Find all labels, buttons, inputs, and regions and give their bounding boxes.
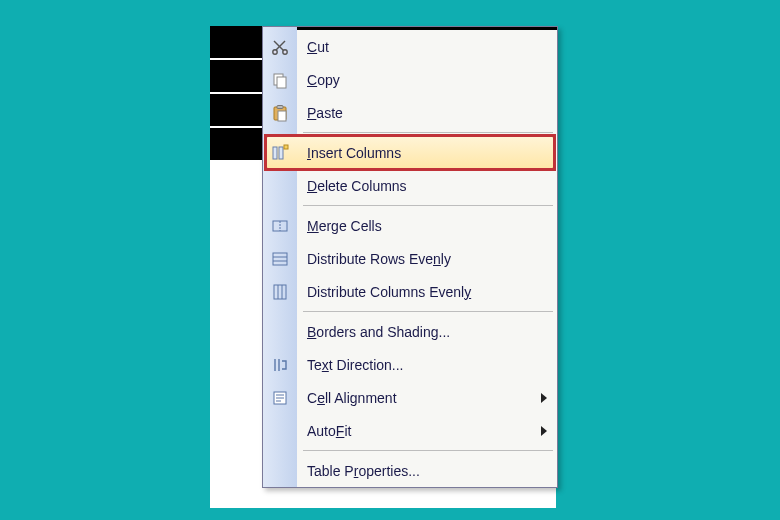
menu-item-copy[interactable]: Copy <box>263 63 557 96</box>
svg-point-2 <box>273 49 277 53</box>
menu-separator <box>263 447 557 454</box>
svg-rect-17 <box>274 285 286 299</box>
t: opy <box>317 72 340 88</box>
svg-point-3 <box>283 49 287 53</box>
table-selection <box>210 26 262 160</box>
menu-item-borders-shading[interactable]: Borders and Shading... <box>263 315 557 348</box>
t: erge Cells <box>319 218 382 234</box>
t: t Direction... <box>329 357 404 373</box>
insert-columns-icon <box>270 143 290 163</box>
menu-item-cut[interactable]: Cut <box>263 30 557 63</box>
t: operties... <box>358 463 419 479</box>
cell-alignment-icon <box>270 388 290 408</box>
t: n <box>433 251 441 267</box>
t: Distribute Columns Evenl <box>307 284 464 300</box>
merge-cells-icon <box>270 216 290 236</box>
table-properties-icon <box>270 461 290 481</box>
submenu-arrow-icon <box>541 426 547 436</box>
t: ly <box>441 251 451 267</box>
t: nsert Columns <box>311 145 401 161</box>
menu-item-merge-cells[interactable]: Merge Cells <box>263 209 557 242</box>
t: ut <box>317 39 329 55</box>
svg-rect-8 <box>278 111 286 121</box>
autofit-icon <box>270 421 290 441</box>
svg-rect-11 <box>284 145 288 149</box>
t: x <box>322 357 329 373</box>
t: P <box>307 105 316 121</box>
paste-icon <box>270 103 290 123</box>
menu-separator <box>263 129 557 136</box>
menu-item-table-properties[interactable]: Table Properties... <box>263 454 557 487</box>
svg-rect-7 <box>277 105 283 108</box>
t: Te <box>307 357 322 373</box>
t: e <box>317 390 325 406</box>
copy-icon <box>270 70 290 90</box>
t: C <box>307 390 317 406</box>
t: aste <box>316 105 342 121</box>
menu-item-distribute-columns-evenly[interactable]: Distribute Columns Evenly <box>263 275 557 308</box>
delete-columns-icon <box>270 176 290 196</box>
document-area: Cut Copy Paste <box>210 26 556 508</box>
menu-item-delete-columns[interactable]: Delete Columns <box>263 169 557 202</box>
text-direction-icon <box>270 355 290 375</box>
menu-item-insert-columns[interactable]: Insert Columns <box>263 136 557 169</box>
menu-separator <box>263 308 557 315</box>
submenu-arrow-icon <box>541 393 547 403</box>
context-menu: Cut Copy Paste <box>262 26 558 488</box>
menu-item-paste[interactable]: Paste <box>263 96 557 129</box>
t: it <box>344 423 351 439</box>
t: C <box>307 39 317 55</box>
svg-rect-10 <box>279 147 283 159</box>
t: C <box>307 72 317 88</box>
t: y <box>464 284 471 300</box>
scissors-icon <box>270 37 290 57</box>
t: Table P <box>307 463 354 479</box>
menu-item-text-direction[interactable]: Text Direction... <box>263 348 557 381</box>
distribute-rows-icon <box>270 249 290 269</box>
menu-item-cell-alignment[interactable]: Cell Alignment <box>263 381 557 414</box>
menu-item-distribute-rows-evenly[interactable]: Distribute Rows Evenly <box>263 242 557 275</box>
t: orders and Shading... <box>316 324 450 340</box>
menu-separator <box>263 202 557 209</box>
t: B <box>307 324 316 340</box>
t: ll Alignment <box>325 390 397 406</box>
t: Distribute Rows Eve <box>307 251 433 267</box>
menu-item-autofit[interactable]: AutoFit <box>263 414 557 447</box>
t: elete Columns <box>317 178 407 194</box>
svg-rect-9 <box>273 147 277 159</box>
borders-shading-icon <box>270 322 290 342</box>
t: M <box>307 218 319 234</box>
distribute-columns-icon <box>270 282 290 302</box>
svg-rect-5 <box>277 77 286 88</box>
t: D <box>307 178 317 194</box>
t: Auto <box>307 423 336 439</box>
svg-rect-14 <box>273 253 287 265</box>
